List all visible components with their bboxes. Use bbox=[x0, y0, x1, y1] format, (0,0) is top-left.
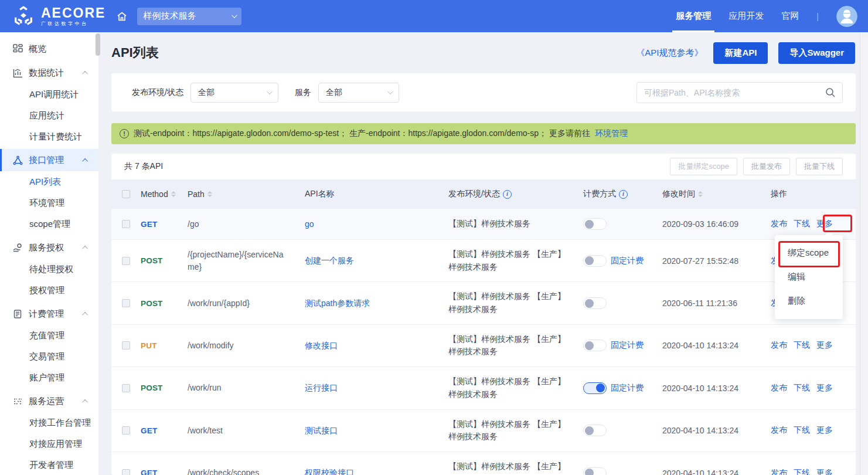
sidebar-item-auth-management[interactable]: 授权管理 bbox=[0, 280, 98, 301]
api-path: /work/test bbox=[188, 425, 223, 437]
aecore-cube-icon bbox=[12, 5, 35, 28]
nav-official-site[interactable]: 官网 bbox=[781, 0, 799, 32]
row-actions: 发布 下线 更多 bbox=[771, 340, 856, 351]
sidebar-group-api-management[interactable]: 接口管理 bbox=[0, 149, 98, 171]
sidebar-item-recharge[interactable]: 充值管理 bbox=[0, 325, 98, 346]
sidebar-item-accounts[interactable]: 账户管理 bbox=[0, 367, 98, 388]
offline-link[interactable]: 下线 bbox=[794, 340, 810, 351]
sidebar: 概览 数据统计 API调用统计 应用统计 计量计费统计 接口管理 API列表 环… bbox=[0, 32, 98, 475]
home-icon[interactable] bbox=[116, 11, 128, 22]
search-icon[interactable] bbox=[825, 87, 836, 101]
billing-toggle[interactable] bbox=[583, 255, 607, 267]
row-checkbox[interactable] bbox=[122, 469, 130, 475]
sidebar-item-connected-apps[interactable]: 对接应用管理 bbox=[0, 433, 98, 454]
sidebar-item-transactions[interactable]: 交易管理 bbox=[0, 346, 98, 367]
billing-toggle[interactable] bbox=[583, 340, 607, 351]
menu-item-bind-scope[interactable]: 绑定scope bbox=[775, 241, 843, 265]
user-avatar[interactable] bbox=[836, 6, 857, 27]
sort-icon[interactable] bbox=[171, 191, 176, 197]
batch-publish-button[interactable]: 批量发布 bbox=[743, 158, 790, 175]
billing-toggle[interactable] bbox=[583, 467, 607, 475]
column-header-path[interactable]: Path bbox=[188, 189, 305, 199]
publish-link[interactable]: 发布 bbox=[771, 219, 787, 229]
batch-offline-button[interactable]: 批量下线 bbox=[796, 158, 843, 175]
api-name-link[interactable]: 运行接口 bbox=[305, 382, 338, 394]
sidebar-group-service-auth[interactable]: 服务授权 bbox=[0, 236, 98, 259]
sidebar-group-billing[interactable]: 计费管理 bbox=[0, 303, 98, 325]
sort-icon[interactable] bbox=[698, 191, 703, 197]
row-checkbox[interactable] bbox=[122, 426, 130, 435]
offline-link[interactable]: 下线 bbox=[794, 383, 810, 393]
more-link[interactable]: 更多 bbox=[816, 383, 833, 393]
create-api-button[interactable]: 新建API bbox=[713, 42, 768, 64]
info-icon[interactable] bbox=[503, 190, 512, 199]
sidebar-item-workbench-mgmt[interactable]: 对接工作台管理 bbox=[0, 412, 98, 433]
offline-link[interactable]: 下线 bbox=[794, 219, 810, 229]
sidebar-group-service-ops[interactable]: 服务运营 bbox=[0, 390, 98, 412]
api-name-link[interactable]: 测试接口 bbox=[305, 425, 338, 437]
billing-toggle[interactable] bbox=[583, 425, 607, 436]
row-checkbox[interactable] bbox=[122, 257, 130, 265]
row-checkbox[interactable] bbox=[122, 341, 130, 350]
workspace-selector[interactable]: 样例技术服务 bbox=[137, 8, 241, 25]
service-filter-select[interactable]: 全部 bbox=[318, 83, 399, 103]
api-name-link[interactable]: 测试path参数请求 bbox=[305, 297, 370, 310]
billing-toggle[interactable] bbox=[583, 297, 607, 309]
publish-link[interactable]: 发布 bbox=[771, 425, 787, 436]
batch-bind-scope-button[interactable]: 批量绑定scope bbox=[670, 158, 737, 175]
menu-item-delete[interactable]: 删除 bbox=[775, 289, 843, 313]
api-spec-reference-link[interactable]: 《API规范参考》 bbox=[636, 48, 703, 59]
row-checkbox[interactable] bbox=[122, 384, 130, 392]
env-filter-select[interactable]: 全部 bbox=[190, 83, 278, 103]
sidebar-scrollbar-thumb[interactable] bbox=[96, 33, 100, 56]
offline-link[interactable]: 下线 bbox=[794, 425, 810, 436]
method-label: POST bbox=[141, 384, 163, 392]
sidebar-item-scope-management[interactable]: scope管理 bbox=[0, 213, 98, 235]
column-header-method[interactable]: Method bbox=[141, 189, 188, 199]
api-name-link[interactable]: go bbox=[305, 218, 314, 230]
more-link[interactable]: 更多 bbox=[816, 219, 833, 229]
publish-link[interactable]: 发布 bbox=[771, 468, 787, 475]
api-name-link[interactable]: 修改接口 bbox=[305, 340, 338, 352]
publish-link[interactable]: 发布 bbox=[771, 383, 787, 393]
nav-service-management[interactable]: 服务管理 bbox=[676, 0, 711, 32]
sidebar-group-data-stats[interactable]: 数据统计 bbox=[0, 62, 98, 84]
row-checkbox[interactable] bbox=[122, 220, 130, 228]
chevron-up-icon bbox=[82, 245, 88, 251]
billing-type-label: 固定计费 bbox=[611, 340, 644, 351]
row-checkbox[interactable] bbox=[122, 299, 130, 307]
billing-toggle[interactable] bbox=[583, 218, 607, 230]
info-icon[interactable] bbox=[619, 190, 628, 199]
page-scrollbar[interactable] bbox=[860, 32, 868, 475]
menu-item-edit[interactable]: 编辑 bbox=[775, 265, 843, 289]
api-management-icon bbox=[13, 155, 23, 165]
env-status-text: 【测试】样例技术服务 【生产】样例技术服务 bbox=[448, 460, 569, 475]
more-link[interactable]: 更多 bbox=[816, 340, 833, 351]
billing-type-label: 固定计费 bbox=[611, 256, 644, 266]
chevron-up-icon bbox=[82, 70, 88, 76]
sidebar-item-env-management[interactable]: 环境管理 bbox=[0, 192, 98, 213]
sidebar-item-api-list[interactable]: API列表 bbox=[0, 171, 98, 192]
sort-icon[interactable] bbox=[207, 191, 212, 197]
api-name-link[interactable]: 创建一个服务 bbox=[305, 255, 354, 267]
sidebar-item-api-call-stats[interactable]: API调用统计 bbox=[0, 84, 98, 105]
row-actions: 发布 下线 更多 bbox=[771, 383, 856, 393]
more-link[interactable]: 更多 bbox=[816, 468, 833, 475]
env-management-link[interactable]: 环境管理 bbox=[595, 128, 628, 139]
sidebar-item-pending-auth[interactable]: 待处理授权 bbox=[0, 259, 98, 280]
api-name-link[interactable]: 权限校验接口 bbox=[305, 467, 354, 475]
search-input[interactable] bbox=[636, 82, 843, 103]
sidebar-item-app-stats[interactable]: 应用统计 bbox=[0, 105, 98, 126]
select-all-checkbox[interactable] bbox=[122, 190, 130, 198]
billing-toggle[interactable] bbox=[583, 382, 607, 394]
sidebar-item-developers[interactable]: 开发者管理 bbox=[0, 454, 98, 475]
column-header-modified-time[interactable]: 修改时间 bbox=[662, 189, 771, 199]
offline-link[interactable]: 下线 bbox=[794, 468, 810, 475]
nav-app-development[interactable]: 应用开发 bbox=[729, 0, 764, 32]
table-row: POST /work/run 运行接口 【测试】样例技术服务 【生产】样例技术服… bbox=[111, 367, 856, 409]
sidebar-item-overview[interactable]: 概览 bbox=[0, 38, 98, 60]
import-swagger-button[interactable]: 导入Swagger bbox=[778, 42, 855, 64]
publish-link[interactable]: 发布 bbox=[771, 340, 787, 351]
more-link[interactable]: 更多 bbox=[816, 425, 833, 436]
sidebar-item-metering-stats[interactable]: 计量计费统计 bbox=[0, 126, 98, 147]
